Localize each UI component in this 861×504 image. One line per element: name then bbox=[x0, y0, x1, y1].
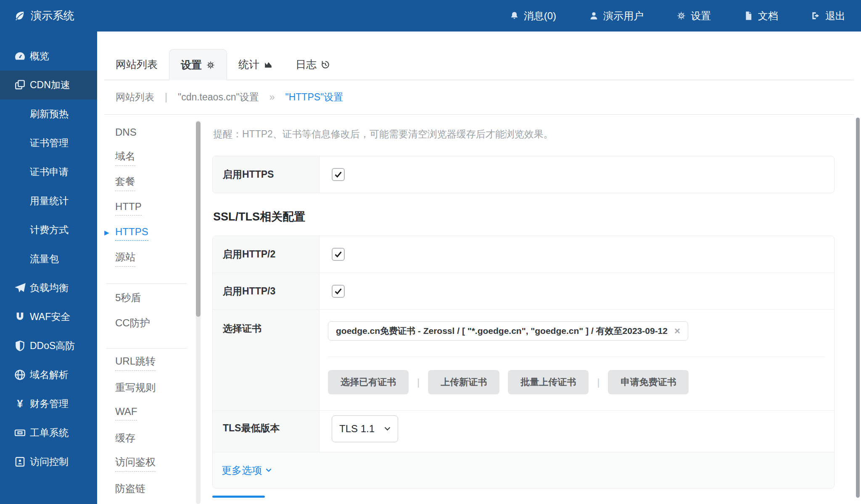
sidebar-item-traffic-package[interactable]: 流量包 bbox=[0, 244, 97, 273]
topbar-menu: 消息(0) 演示用户 设置 文档 退出 bbox=[510, 9, 861, 23]
enable-https-card: 启用HTTPS bbox=[212, 156, 835, 193]
breadcrumb-site-settings[interactable]: "cdn.teaos.cn"设置 bbox=[178, 91, 259, 104]
apply-free-cert-button[interactable]: 申请免费证书 bbox=[608, 370, 689, 394]
user-menu-button[interactable]: 演示用户 bbox=[589, 9, 644, 23]
submenu-label: 套餐 bbox=[115, 175, 135, 191]
breadcrumb-website-list[interactable]: 网站列表 bbox=[116, 91, 154, 104]
tab-label: 网站列表 bbox=[116, 58, 158, 71]
submenu-label: 缓存 bbox=[115, 431, 135, 445]
settings-button[interactable]: 设置 bbox=[676, 9, 711, 23]
history-icon bbox=[321, 60, 330, 69]
sidebar-item-label: WAF安全 bbox=[30, 310, 70, 323]
http2-row: 启用HTTP/2 bbox=[213, 236, 834, 273]
page-scrollbar-thumb[interactable] bbox=[856, 118, 860, 498]
sidebar-item-label: 概览 bbox=[30, 50, 49, 63]
sidebar-item-dns-resolution[interactable]: 域名解析 bbox=[0, 360, 97, 389]
sidebar-item-access-control[interactable]: 访问控制 bbox=[0, 447, 97, 476]
submenu-item-url-redirect[interactable]: URL跳转 bbox=[104, 350, 196, 375]
submenu-label: HTTP bbox=[115, 201, 142, 215]
http2-checkbox[interactable] bbox=[332, 248, 345, 261]
http3-checkbox[interactable] bbox=[332, 285, 345, 298]
https-settings-form: 提醒：HTTP2、证书等信息修改后，可能需要清空浏览器缓存后才能浏览效果。 启用… bbox=[201, 115, 854, 504]
sidebar-item-refresh-preheat[interactable]: 刷新预热 bbox=[0, 100, 97, 129]
upload-new-cert-button[interactable]: 上传新证书 bbox=[428, 370, 499, 394]
sidebar-item-load-balancer[interactable]: 负载均衡 bbox=[0, 273, 97, 302]
submenu-scrollbar[interactable] bbox=[196, 121, 201, 504]
cert-select-row: 选择证书 goedge.cn免费证书 - Zerossl / [ "*.goed… bbox=[213, 309, 834, 410]
breadcrumb-https-settings[interactable]: "HTTPS"设置 bbox=[285, 91, 343, 104]
tab-stats[interactable]: 统计 bbox=[227, 49, 284, 80]
chart-area-icon bbox=[264, 60, 273, 69]
submenu-label: 源站 bbox=[115, 250, 135, 267]
sidebar-item-label: 负载均衡 bbox=[30, 281, 69, 294]
enable-https-label: 启用HTTPS bbox=[213, 156, 320, 193]
sidebar-item-ticket-system[interactable]: 工单系统 bbox=[0, 418, 97, 447]
button-separator: | bbox=[417, 376, 420, 388]
docs-label: 文档 bbox=[758, 9, 778, 23]
logout-button[interactable]: 退出 bbox=[811, 9, 845, 23]
tab-website-list[interactable]: 网站列表 bbox=[104, 49, 169, 80]
enable-https-row: 启用HTTPS bbox=[213, 156, 834, 193]
sidebar-item-overview[interactable]: 概览 bbox=[0, 42, 97, 71]
cert-divider bbox=[328, 357, 825, 357]
sidebar-item-finance[interactable]: ¥ 财务管理 bbox=[0, 389, 97, 418]
submenu-item-domain[interactable]: 域名 bbox=[104, 145, 196, 170]
sidebar-item-label: 流量包 bbox=[30, 252, 59, 265]
submenu-item-waf[interactable]: WAF bbox=[104, 400, 196, 425]
sidebar-item-cdn[interactable]: CDN加速 bbox=[0, 71, 97, 100]
cert-buttons: 选择已有证书 | 上传新证书 批量上传证书 | 申请免费证书 bbox=[328, 370, 825, 394]
tab-logs[interactable]: 日志 bbox=[284, 49, 341, 80]
sidebar: 概览 CDN加速 刷新预热 证书管理 证书申请 用量统计 计费方式 流量包 bbox=[0, 32, 97, 504]
sidebar-item-usage-stats[interactable]: 用量统计 bbox=[0, 186, 97, 215]
submenu-item-rewrite-rules[interactable]: 重写规则 bbox=[104, 375, 196, 400]
brand-logo[interactable]: 演示系统 bbox=[0, 8, 74, 23]
submenu-item-plan[interactable]: 套餐 bbox=[104, 170, 196, 195]
user-label: 演示用户 bbox=[603, 9, 644, 23]
batch-upload-cert-button[interactable]: 批量上传证书 bbox=[508, 370, 589, 394]
submenu-item-cc-protection[interactable]: CC防护 bbox=[104, 310, 196, 336]
brand-title: 演示系统 bbox=[31, 8, 74, 23]
breadcrumb-separator: » bbox=[269, 92, 275, 103]
submenu-item-https[interactable]: ▶ HTTPS bbox=[104, 220, 196, 246]
sidebar-item-label: CDN加速 bbox=[30, 79, 70, 92]
gear-icon bbox=[206, 60, 215, 70]
more-options-link[interactable]: 更多选项 bbox=[222, 464, 272, 477]
sidebar-item-billing-method[interactable]: 计费方式 bbox=[0, 215, 97, 244]
submenu-item-access-auth[interactable]: 访问鉴权 bbox=[104, 451, 196, 476]
select-existing-cert-button[interactable]: 选择已有证书 bbox=[328, 370, 409, 394]
cert-label: 选择证书 bbox=[213, 310, 320, 410]
sidebar-item-waf-security[interactable]: WAF安全 bbox=[0, 302, 97, 331]
settings-submenu: DNS 域名 套餐 HTTP ▶ HTTPS 源站 5秒盾 CC防护 URL跳转… bbox=[104, 115, 196, 504]
logout-label: 退出 bbox=[825, 9, 845, 23]
submenu-item-5s-shield[interactable]: 5秒盾 bbox=[104, 285, 196, 310]
sidebar-item-label: 证书申请 bbox=[30, 165, 69, 178]
submenu-divider bbox=[106, 284, 187, 284]
sidebar-item-ddos-protection[interactable]: DDoS高防 bbox=[0, 331, 97, 360]
submenu-scrollbar-thumb[interactable] bbox=[196, 121, 201, 317]
docs-button[interactable]: 文档 bbox=[744, 9, 778, 23]
sidebar-item-label: 刷新预热 bbox=[30, 108, 69, 121]
notice-text: 提醒：HTTP2、证书等信息修改后，可能需要清空浏览器缓存后才能浏览效果。 bbox=[213, 127, 835, 141]
http2-label: 启用HTTP/2 bbox=[213, 236, 320, 273]
submenu-item-hotlink-protection[interactable]: 防盗链 bbox=[104, 476, 196, 501]
ticket-icon bbox=[14, 427, 26, 439]
sidebar-item-label: 工单系统 bbox=[30, 426, 69, 439]
button-separator: | bbox=[597, 376, 600, 388]
submenu-label: 5秒盾 bbox=[115, 291, 141, 304]
sidebar-item-label: 访问控制 bbox=[30, 455, 69, 468]
submenu-item-http[interactable]: HTTP bbox=[104, 195, 196, 220]
messages-button[interactable]: 消息(0) bbox=[510, 9, 556, 23]
submenu-item-cache[interactable]: 缓存 bbox=[104, 425, 196, 451]
http3-row: 启用HTTP/3 bbox=[213, 273, 834, 309]
tls-min-version-select[interactable]: TLS 1.1 bbox=[332, 415, 398, 442]
paper-plane-icon bbox=[14, 282, 26, 294]
sidebar-item-cert-management[interactable]: 证书管理 bbox=[0, 129, 97, 158]
https-checkbox[interactable] bbox=[332, 168, 345, 181]
submenu-item-dns[interactable]: DNS bbox=[104, 120, 196, 145]
cert-tag-text: goedge.cn免费证书 - Zerossl / [ "*.goedge.cn… bbox=[336, 325, 668, 337]
more-options-label: 更多选项 bbox=[222, 464, 262, 477]
close-icon[interactable]: × bbox=[674, 326, 680, 336]
submenu-item-origin[interactable]: 源站 bbox=[104, 246, 196, 271]
tab-settings[interactable]: 设置 bbox=[169, 49, 227, 80]
sidebar-item-cert-apply[interactable]: 证书申请 bbox=[0, 158, 97, 186]
